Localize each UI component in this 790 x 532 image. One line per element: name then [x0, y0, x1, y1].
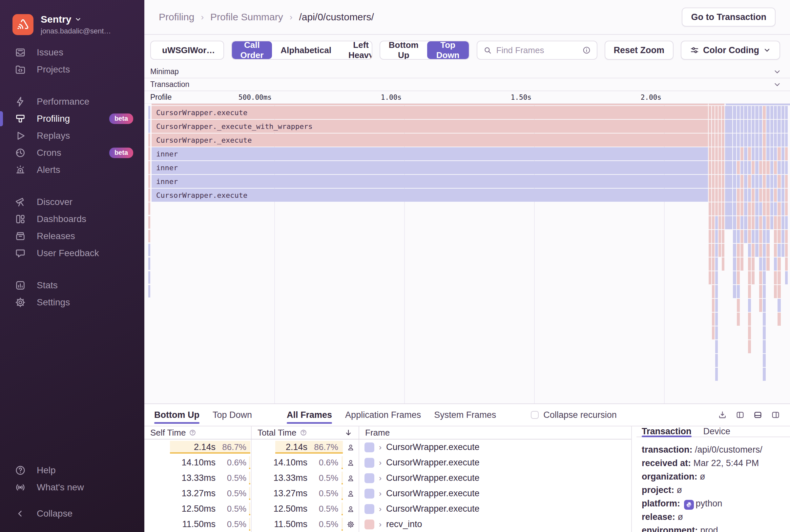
system-frame-icon [343, 520, 359, 529]
thread-selector[interactable]: uWSGIWor… [150, 41, 224, 60]
table-row[interactable]: 11.50ms0.5%11.50ms0.5%›recv_into [144, 517, 631, 532]
flame-cell [777, 161, 781, 174]
collapse-recursion-checkbox[interactable]: Collapse recursion [531, 410, 617, 420]
flame-frame-inner[interactable]: inner [152, 147, 708, 160]
sidebar-item-performance[interactable]: Performance [0, 93, 144, 110]
column-frame[interactable]: Frame [359, 426, 631, 439]
sidebar-item-settings[interactable]: Settings [0, 294, 144, 311]
expand-chevron-icon[interactable]: › [379, 520, 381, 529]
flame-frame-cursorwrapper-execute[interactable]: CursorWrapper._execute [152, 133, 708, 147]
flame-sliver [148, 216, 150, 229]
flame-cell [709, 161, 711, 174]
flame-cell [748, 161, 751, 174]
sidebar-item-crons[interactable]: Cronsbeta [0, 144, 144, 162]
frame-color-swatch [364, 442, 374, 452]
table-row[interactable]: 13.27ms0.5%13.27ms0.5%›CursorWrapper.exe… [144, 486, 631, 501]
sidebar-item-releases[interactable]: Releases [0, 228, 144, 245]
sidebar-item-discover[interactable]: Discover [0, 193, 144, 211]
time-value: 12.50ms [273, 504, 307, 514]
flame-cell [766, 147, 770, 160]
sidebar-item-help[interactable]: Help [0, 462, 144, 479]
sidebar-item-what-s-new[interactable]: What's new [0, 479, 144, 496]
sidebar-item-issues[interactable]: Issues [0, 44, 144, 61]
breadcrumb-item[interactable]: Profiling [159, 12, 194, 23]
expand-chevron-icon[interactable]: › [379, 458, 381, 468]
details-tab-transaction[interactable]: Transaction [642, 426, 692, 437]
flame-sliver [148, 161, 150, 174]
flame-cell [712, 202, 715, 215]
details-tab-device[interactable]: Device [703, 426, 731, 437]
sort-option-alphabetical[interactable]: Alphabetical [272, 41, 340, 59]
detail-value: /api/0/customers/ [695, 445, 763, 455]
expand-chevron-icon[interactable]: › [379, 489, 381, 498]
collapse-button[interactable]: Collapse [0, 505, 144, 522]
sidebar-item-alerts[interactable]: Alerts [0, 162, 144, 178]
minimap-section-toggle[interactable]: Minimap [144, 65, 790, 78]
flame-frame-inner[interactable]: inner [152, 161, 708, 174]
sidebar-item-dashboards[interactable]: Dashboards [0, 211, 144, 228]
column-total-time[interactable]: Total Time [252, 426, 359, 439]
flame-cell [740, 202, 744, 215]
table-row[interactable]: 14.10ms0.6%14.10ms0.6%›CursorWrapper.exe… [144, 455, 631, 470]
tab-system-frames[interactable]: System Frames [434, 404, 496, 426]
collapse-recursion-label: Collapse recursion [543, 410, 617, 420]
flame-cell [777, 106, 781, 119]
flame-cell [752, 147, 755, 160]
reset-zoom-button[interactable]: Reset Zoom [605, 41, 674, 60]
sidebar-header[interactable]: Sentry jonas.badalic@sent… [0, 0, 144, 44]
tab-application-frames[interactable]: Application Frames [345, 404, 421, 426]
direction-option-bottom-up[interactable]: Bottom Up [380, 41, 427, 59]
flame-cell [777, 189, 781, 202]
flame-cell [763, 271, 766, 284]
flame-cell [737, 189, 740, 202]
sidebar-item-stats[interactable]: Stats [0, 277, 144, 294]
flame-cell [712, 133, 715, 147]
layout-bottom-icon[interactable] [753, 410, 763, 419]
time-tick: 1.50s [511, 94, 531, 101]
find-frames-search[interactable] [477, 41, 598, 60]
sidebar-item-profiling[interactable]: Profilingbeta [0, 110, 144, 127]
transaction-section-toggle[interactable]: Transaction [144, 78, 790, 91]
flame-cell [718, 189, 721, 202]
flame-cell [709, 230, 711, 243]
frame-table-body: 2.14s86.7%2.14s86.7%›CursorWrapper.execu… [144, 439, 631, 532]
table-row[interactable]: 2.14s86.7%2.14s86.7%›CursorWrapper.execu… [144, 439, 631, 455]
table-row[interactable]: 13.33ms0.5%13.33ms0.5%›CursorWrapper.exe… [144, 470, 631, 486]
flame-cell [763, 189, 766, 202]
tab-bottom-up[interactable]: Bottom Up [154, 404, 200, 426]
flame-frame-cursorwrapper-execute[interactable]: CursorWrapper.execute [152, 189, 708, 202]
sidebar-item-user-feedback[interactable]: User Feedback [0, 245, 144, 262]
download-icon[interactable] [718, 410, 727, 419]
expand-chevron-icon[interactable]: › [379, 474, 381, 483]
detail-field-release: release: ø [642, 510, 787, 524]
search-input[interactable] [496, 45, 578, 55]
sidebar-item-replays[interactable]: Replays [0, 127, 144, 144]
layout-right-icon[interactable] [771, 410, 780, 419]
sort-option-call-order[interactable]: Call Order [232, 41, 272, 59]
flame-graph[interactable]: CursorWrapper.executeCursorWrapper._exec… [144, 103, 790, 403]
flame-cell [785, 175, 788, 188]
column-self-time[interactable]: Self Time [144, 426, 252, 439]
settings-icon [15, 297, 26, 308]
time-cell: 13.27ms0.5% [144, 486, 252, 501]
flame-frame-inner[interactable]: inner [152, 175, 708, 188]
flame-frame-cursorwrapper-execute-with-wrappers[interactable]: CursorWrapper._execute_with_wrappers [152, 120, 708, 133]
table-row[interactable]: 12.50ms0.5%12.50ms0.5%›CursorWrapper.exe… [144, 501, 631, 517]
go-to-transaction-button[interactable]: Go to Transaction [682, 7, 775, 26]
layout-left-icon[interactable] [736, 410, 745, 419]
expand-chevron-icon[interactable]: › [379, 443, 381, 452]
expand-chevron-icon[interactable]: › [379, 505, 381, 514]
tab-top-down[interactable]: Top Down [212, 404, 252, 426]
flame-cell [766, 161, 770, 174]
info-icon[interactable] [582, 46, 591, 54]
tab-all-frames[interactable]: All Frames [287, 404, 332, 426]
flame-cell [715, 299, 718, 312]
flame-cell [725, 120, 732, 133]
color-coding-button[interactable]: Color Coding [681, 41, 780, 60]
sort-option-left-heavy[interactable]: Left Heavy [340, 41, 372, 59]
flame-cell [744, 133, 747, 147]
flame-frame-cursorwrapper-execute[interactable]: CursorWrapper.execute [152, 106, 708, 119]
direction-option-top-down[interactable]: Top Down [427, 41, 469, 59]
breadcrumb-item[interactable]: Profile Summary [210, 12, 283, 23]
sidebar-item-projects[interactable]: Projects [0, 61, 144, 78]
